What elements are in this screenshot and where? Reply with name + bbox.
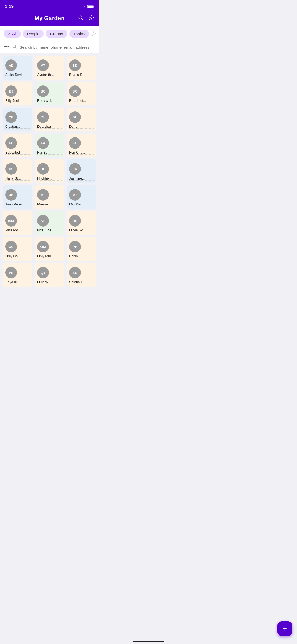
card-divider [5,258,30,258]
contact-card[interactable]: DUDune [67,108,96,131]
card-divider [37,103,62,103]
contact-card[interactable]: BOBreath of... [67,82,96,105]
contact-card[interactable]: OCOnly Co... [3,237,32,261]
card-divider [69,258,94,258]
contact-card[interactable]: CBClayton... [3,108,32,131]
wifi-icon [81,5,86,8]
card-avatar: QT [37,267,49,278]
card-divider [37,258,62,258]
card-avatar: ED [5,137,17,149]
filter-groups[interactable]: Groups [46,30,67,38]
card-avatar: FC [69,137,81,149]
search-icon[interactable] [78,15,84,22]
card-name: Jasmine... [69,176,85,180]
card-divider [37,206,62,206]
contact-card[interactable]: DLDua Lipa [35,108,64,131]
contact-card[interactable]: OROlivia Ro... [67,211,96,235]
card-avatar: SG [69,267,81,278]
card-avatar: OR [69,215,81,227]
card-avatar: AT [37,59,49,71]
card-avatar: BC [37,85,49,97]
card-name: Min Xian... [69,202,85,206]
contact-card[interactable]: MLManuel L... [35,185,64,209]
card-name: Fen Chu... [69,150,85,154]
svg-rect-1 [88,6,93,8]
contact-card[interactable]: ATAvatar th... [35,56,64,80]
card-name: Dua Lipa [37,125,51,128]
card-name: Avatar th... [37,73,54,77]
settings-icon[interactable] [88,15,94,22]
card-avatar: NF [37,215,49,227]
contact-card[interactable]: FCFen Chu... [67,134,96,157]
contact-card[interactable]: OMOnly Mur... [35,237,64,261]
card-avatar: AD [5,59,17,71]
card-divider [69,77,94,77]
status-bar: 1:19 [0,0,99,12]
card-avatar: OC [5,241,17,252]
card-name: Miss Mo... [5,228,21,232]
contact-card[interactable]: BJBilly Joel [3,82,32,105]
card-divider [69,284,94,284]
card-name: Selena G... [69,280,86,284]
contact-card[interactable]: QTQuincy T... [35,263,64,287]
contact-card[interactable]: HGHitchhik... [35,159,64,183]
card-divider [37,180,62,181]
filter-topics[interactable]: Topics [69,30,89,38]
svg-rect-2 [94,6,94,7]
card-avatar: JR [69,163,81,175]
contact-card[interactable]: HSHarry St... [3,159,32,183]
svg-line-4 [82,19,83,20]
favorites-button[interactable]: ☆ [91,30,96,37]
contact-card[interactable]: MXMin Xian... [67,185,96,209]
contact-card[interactable]: JRJasmine... [67,159,96,183]
card-avatar: JP [5,189,17,201]
card-divider [5,103,30,103]
signal-icon [76,5,79,8]
header: My Garden [0,12,99,26]
card-divider [69,180,94,181]
card-name: Hitchhik... [37,176,52,180]
contact-card[interactable]: PHPhish [67,237,96,261]
card-divider [37,232,62,232]
card-name: Juan Perez [5,202,23,206]
card-name: Clayton... [5,125,20,128]
card-divider [5,232,30,232]
card-name: Only Mur... [37,254,54,258]
filter-people[interactable]: People [23,30,44,38]
card-divider [69,103,94,103]
card-avatar: CB [5,111,17,123]
search-input[interactable] [20,45,95,49]
contact-card[interactable]: SGSelena G... [67,263,96,287]
sort-filter-icon[interactable] [4,44,10,50]
filter-all[interactable]: ✓ All [4,30,21,38]
contact-card[interactable]: MMMiss Mo... [3,211,32,235]
contact-card[interactable]: NFNYC Frie... [35,211,64,235]
contact-card[interactable]: EDEducated [3,134,32,157]
card-name: Educated [5,150,20,154]
card-name: Anika Devi [5,73,22,77]
card-divider [5,284,30,284]
card-name: Breath of... [69,99,86,103]
card-divider [5,77,30,77]
contact-card[interactable]: JPJuan Perez [3,185,32,209]
card-name: Priya Ku... [5,280,21,284]
card-divider [69,128,94,129]
card-name: Olivia Ro... [69,228,86,232]
contact-card[interactable]: FAFamily [35,134,64,157]
contact-card[interactable]: BCBook club [35,82,64,105]
card-name: Manuel L... [37,202,54,206]
card-avatar: HS [5,163,17,175]
card-avatar: BO [69,85,81,97]
card-avatar: HG [37,163,49,175]
filter-bar: ✓ All People Groups Topics ☆ [0,26,99,41]
card-avatar: MX [69,189,81,201]
header-title: My Garden [35,15,65,22]
contact-card[interactable]: PKPriya Ku... [3,263,32,287]
card-name: Book club [37,99,52,103]
contact-card[interactable]: ADAnika Devi [3,56,32,80]
card-divider [37,284,62,284]
card-avatar: PK [5,267,17,278]
card-avatar: OM [37,241,49,252]
card-name: Bhanu D... [69,73,85,77]
contact-card[interactable]: BDBhanu D... [67,56,96,80]
